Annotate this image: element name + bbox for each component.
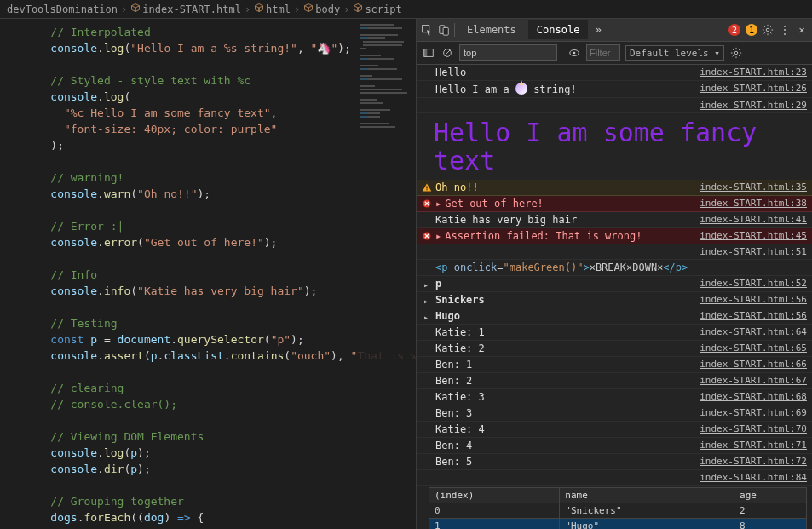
source-link[interactable]: index-START.html:68: [693, 391, 807, 402]
editor-pane[interactable]: // Interpolated console.log("Hello I am …: [0, 19, 416, 529]
source-link[interactable]: index-START.html:38: [693, 198, 807, 209]
gear-icon[interactable]: [761, 23, 775, 37]
source-link[interactable]: index-START.html:64: [693, 326, 807, 337]
log-fancy: Hello I am some fancy text: [417, 113, 812, 180]
log-row: ▸Snickersindex-START.html:56: [417, 292, 812, 308]
svg-rect-7: [360, 55, 381, 56]
sidebar-toggle-icon[interactable]: [422, 46, 435, 60]
log-row: Hello I am a string!index-START.html:26: [417, 81, 812, 98]
log-row: index-START.html:84: [417, 470, 812, 486]
source-link[interactable]: index-START.html:23: [693, 66, 807, 78]
svg-rect-28: [360, 112, 368, 114]
svg-rect-15: [360, 92, 407, 94]
source-link[interactable]: index-START.html:45: [693, 230, 807, 241]
code[interactable]: // Interpolated console.log("Hello I am …: [0, 19, 416, 529]
source-link[interactable]: index-START.html:84: [693, 472, 807, 483]
source-link[interactable]: index-START.html:51: [693, 246, 807, 257]
svg-rect-13: [360, 85, 375, 87]
device-icon[interactable]: [437, 23, 451, 37]
eye-icon[interactable]: [567, 46, 581, 60]
minimap[interactable]: [356, 19, 416, 529]
source-link[interactable]: index-START.html:26: [693, 83, 807, 94]
console-log[interactable]: Helloindex-START.html:23Hello I am a str…: [417, 65, 812, 529]
more-tabs-icon[interactable]: »: [591, 23, 605, 37]
log-row: Oh no!!index-START.html:35: [417, 180, 812, 196]
tab-elements[interactable]: Elements: [458, 20, 525, 39]
context-selector[interactable]: top: [459, 44, 557, 61]
breadcrumb-item[interactable]: devToolsDomination: [7, 3, 118, 15]
source-link[interactable]: index-START.html:67: [693, 375, 807, 386]
svg-rect-25: [360, 58, 368, 60]
devtools-tabs: Elements Console » 2 1 ⋮ ✕: [417, 19, 812, 42]
source-link[interactable]: index-START.html:70: [693, 423, 807, 434]
chevron-right-icon: ›: [121, 3, 127, 15]
breadcrumb-item[interactable]: body: [303, 3, 340, 15]
svg-rect-14: [360, 89, 402, 90]
close-icon[interactable]: ✕: [795, 23, 809, 37]
console-table[interactable]: (index)nameage0"Snickers"21"Hugo"8: [429, 487, 807, 529]
svg-rect-18: [360, 109, 390, 111]
breadcrumb: devToolsDomination›index-START.html›html…: [0, 0, 812, 19]
source-link[interactable]: index-START.html:66: [693, 359, 807, 370]
svg-rect-22: [360, 126, 395, 128]
svg-rect-41: [426, 187, 427, 189]
chevron-right-icon: ›: [245, 3, 251, 15]
svg-rect-27: [360, 78, 368, 80]
svg-rect-5: [363, 44, 402, 46]
svg-rect-23: [360, 27, 368, 29]
log-row: ▸Hugoindex-START.html:56: [417, 308, 812, 325]
log-row: index-START.html:51: [417, 244, 812, 260]
warn-badge[interactable]: 1: [744, 24, 757, 37]
chevron-right-icon: ›: [294, 3, 300, 15]
svg-rect-24: [360, 37, 368, 39]
error-badge[interactable]: 2: [727, 24, 740, 37]
kebab-icon[interactable]: ⋮: [778, 23, 792, 37]
log-row: index-START.html:29: [417, 98, 812, 113]
source-link[interactable]: index-START.html:71: [693, 440, 807, 451]
filter-input[interactable]: [586, 44, 620, 61]
svg-rect-42: [426, 189, 427, 190]
source-link[interactable]: index-START.html:69: [693, 407, 807, 418]
log-row: Ben: 1index-START.html:66: [417, 357, 812, 373]
log-row: Katie: 1index-START.html:64: [417, 325, 812, 341]
source-link[interactable]: index-START.html:35: [693, 181, 807, 193]
clear-console-icon[interactable]: [441, 46, 454, 60]
main: // Interpolated console.log("Hello I am …: [0, 19, 812, 529]
log-row: Ben: 5index-START.html:72: [417, 454, 812, 470]
breadcrumb-item[interactable]: index-START.html: [130, 3, 241, 15]
svg-rect-32: [443, 27, 448, 35]
svg-line-37: [445, 50, 451, 56]
log-row: Katie: 2index-START.html:65: [417, 341, 812, 357]
breadcrumb-item[interactable]: html: [254, 3, 291, 15]
log-row: Helloindex-START.html:23: [417, 65, 812, 81]
svg-rect-2: [360, 34, 398, 36]
log-row: Katie: 4index-START.html:70: [417, 422, 812, 438]
svg-rect-21: [360, 123, 389, 124]
source-link[interactable]: index-START.html:65: [693, 342, 807, 354]
breadcrumb-item[interactable]: script: [353, 3, 401, 15]
source-link[interactable]: index-START.html:41: [693, 214, 807, 225]
inspect-icon[interactable]: [420, 23, 434, 37]
svg-rect-29: [360, 116, 368, 118]
svg-point-33: [766, 28, 769, 32]
svg-rect-11: [360, 75, 372, 77]
svg-rect-0: [360, 24, 394, 26]
log-dom-element[interactable]: <p onclick="makeGreen()">×BREAK×DOWN×</p…: [417, 260, 812, 276]
devtools: Elements Console » 2 1 ⋮ ✕ top Default l…: [416, 19, 812, 529]
source-link[interactable]: index-START.html:52: [693, 278, 807, 289]
console-toolbar: top Default levels ▾: [417, 42, 812, 65]
svg-point-40: [734, 51, 738, 55]
source-link[interactable]: index-START.html:56: [693, 294, 807, 305]
gear-icon[interactable]: [729, 46, 743, 60]
log-row: ▸Assertion failed: That is wrong!index-S…: [417, 228, 812, 244]
log-row: ▸pindex-START.html:52: [417, 276, 812, 292]
tab-console[interactable]: Console: [528, 20, 589, 39]
source-link[interactable]: index-START.html:56: [693, 310, 807, 321]
log-row: Katie has very big hairindex-START.html:…: [417, 212, 812, 228]
log-row: Katie: 3index-START.html:68: [417, 389, 812, 405]
source-link[interactable]: index-START.html:29: [693, 100, 807, 111]
svg-rect-16: [360, 99, 377, 101]
log-levels[interactable]: Default levels ▾: [625, 45, 724, 61]
svg-rect-35: [424, 49, 428, 57]
source-link[interactable]: index-START.html:72: [693, 456, 807, 467]
